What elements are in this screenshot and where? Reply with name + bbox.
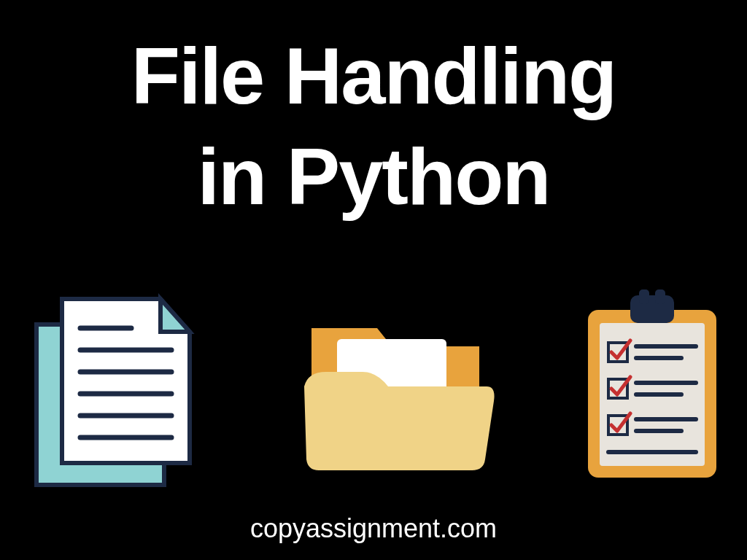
svg-rect-11 xyxy=(639,289,649,304)
document-stack-icon xyxy=(22,288,212,492)
page-title: File Handling in Python xyxy=(0,0,747,226)
footer-text: copyassignment.com xyxy=(0,513,747,544)
title-line-2: in Python xyxy=(0,126,747,227)
svg-rect-12 xyxy=(655,289,665,304)
icons-row xyxy=(0,277,747,503)
folder-icon xyxy=(282,288,508,492)
clipboard-checklist-icon xyxy=(579,288,725,492)
svg-rect-10 xyxy=(630,295,674,323)
title-line-1: File Handling xyxy=(0,26,747,126)
